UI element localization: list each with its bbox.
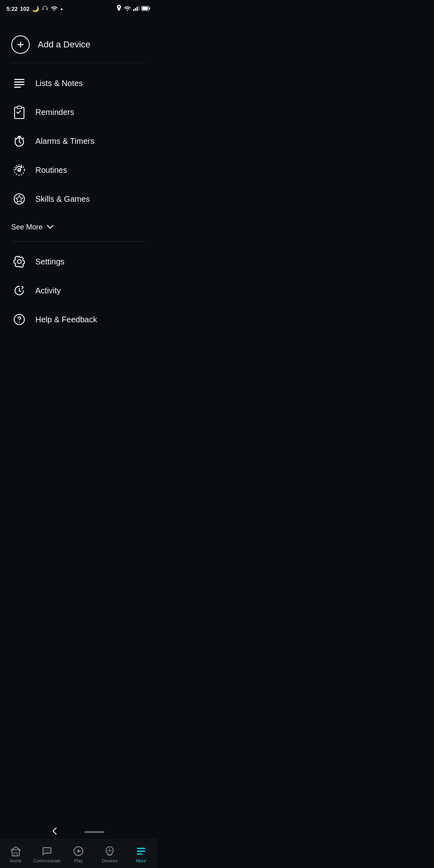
svg-rect-9	[14, 79, 25, 80]
history-icon	[11, 283, 27, 299]
list-icon	[11, 75, 27, 91]
wifi-icon	[51, 6, 58, 12]
routines-icon	[11, 162, 27, 178]
plus-icon	[16, 40, 25, 49]
svg-rect-14	[17, 106, 22, 108]
skills-icon	[11, 191, 27, 207]
svg-rect-7	[149, 8, 150, 10]
help-feedback-label: Help & Feedback	[35, 315, 97, 324]
menu-item-help-feedback[interactable]: Help & Feedback	[0, 305, 157, 334]
alarm-icon	[11, 133, 27, 149]
moon-icon: 🌙	[32, 5, 39, 12]
svg-rect-11	[14, 84, 25, 85]
middle-divider	[11, 241, 145, 242]
menu-item-activity[interactable]: Activity	[0, 276, 157, 305]
svg-rect-3	[135, 8, 136, 11]
svg-rect-8	[142, 7, 148, 10]
menu-section: Lists & Notes Reminders	[0, 65, 157, 217]
status-left: 5:22 102 🌙 ●	[6, 5, 63, 12]
routines-label: Routines	[35, 166, 67, 175]
activity-label: Activity	[35, 286, 61, 295]
svg-rect-4	[137, 7, 138, 11]
menu-item-skills-games[interactable]: Skills & Games	[0, 184, 157, 213]
signal-bars-icon	[133, 5, 139, 12]
battery-icon	[141, 5, 150, 12]
signal-display: 102	[20, 6, 29, 12]
svg-rect-10	[14, 82, 25, 83]
wifi-strong-icon	[124, 5, 131, 12]
alarms-timers-label: Alarms & Timers	[35, 137, 94, 146]
dot-indicator: ●	[60, 7, 63, 11]
clipboard-icon	[11, 104, 27, 120]
add-device-icon-circle	[11, 35, 30, 54]
menu-item-lists-notes[interactable]: Lists & Notes	[0, 69, 157, 98]
see-more-label: See More	[11, 223, 43, 231]
time-display: 5:22	[6, 6, 18, 12]
svg-point-21	[17, 260, 21, 264]
location-icon	[116, 5, 122, 13]
svg-point-23	[19, 321, 20, 323]
main-content: Add a Device Lists & Notes	[0, 16, 157, 386]
svg-point-0	[54, 10, 55, 11]
svg-rect-13	[14, 107, 24, 119]
add-device-label: Add a Device	[38, 39, 90, 50]
menu-item-settings[interactable]: Settings	[0, 247, 157, 276]
menu-item-reminders[interactable]: Reminders	[0, 98, 157, 127]
svg-marker-20	[16, 196, 23, 202]
help-icon	[11, 311, 27, 328]
svg-rect-16	[18, 136, 21, 137]
svg-point-1	[127, 10, 128, 11]
menu-item-alarms-timers[interactable]: Alarms & Timers	[0, 127, 157, 156]
svg-rect-12	[14, 87, 21, 88]
svg-rect-5	[139, 6, 140, 11]
skills-games-label: Skills & Games	[35, 194, 90, 204]
add-device-row[interactable]: Add a Device	[0, 28, 157, 61]
chevron-down-icon	[47, 224, 54, 231]
svg-rect-2	[133, 9, 134, 11]
settings-label: Settings	[35, 257, 64, 266]
status-bar: 5:22 102 🌙 ●	[0, 0, 157, 16]
headphones-icon	[42, 6, 48, 12]
gear-icon	[11, 254, 27, 270]
top-divider	[11, 63, 145, 63]
status-right	[116, 5, 150, 13]
reminders-label: Reminders	[35, 108, 74, 117]
settings-section: Settings Activity Help & F	[0, 243, 157, 338]
lists-notes-label: Lists & Notes	[35, 79, 83, 88]
menu-item-routines[interactable]: Routines	[0, 156, 157, 184]
see-more-row[interactable]: See More	[0, 217, 157, 240]
